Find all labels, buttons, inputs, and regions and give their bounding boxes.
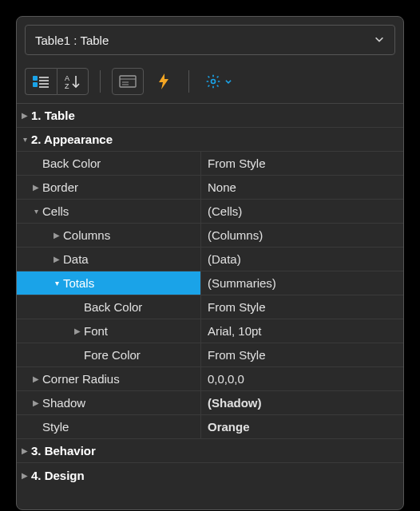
category-behavior[interactable]: ▶ 3. Behavior: [17, 439, 403, 463]
property-columns[interactable]: ▶ Columns (Columns): [17, 224, 403, 248]
object-selector-combo[interactable]: Table1 : Table: [25, 25, 395, 55]
property-data[interactable]: ▶ Data (Data): [17, 248, 403, 271]
property-grid-panel: Table1 : Table A Z: [16, 16, 404, 510]
expand-icon[interactable]: ▶: [30, 398, 42, 407]
property-totals-back-color[interactable]: Back Color From Style: [17, 295, 403, 319]
expand-icon[interactable]: ▶: [50, 255, 63, 263]
chevron-down-icon: [374, 34, 385, 47]
property-cells[interactable]: ▾ Cells (Cells): [17, 200, 403, 224]
svg-rect-2: [39, 77, 49, 78]
category-design[interactable]: ▶ 4. Design: [17, 463, 403, 487]
property-value[interactable]: Arial, 10pt: [200, 319, 403, 343]
svg-text:A: A: [65, 74, 69, 82]
toolbar: A Z: [17, 63, 403, 104]
svg-rect-9: [120, 76, 136, 87]
category-table[interactable]: ▶ 1. Table: [17, 104, 403, 128]
property-style[interactable]: Style Orange: [17, 415, 403, 439]
settings-dropdown-button[interactable]: [200, 68, 237, 95]
property-totals-fore-color[interactable]: Fore Color From Style: [17, 343, 403, 367]
property-shadow[interactable]: ▶ Shadow (Shadow): [17, 391, 403, 415]
property-value[interactable]: None: [200, 176, 403, 199]
alphabetical-view-button[interactable]: A Z: [57, 68, 89, 95]
property-value[interactable]: From Style: [200, 295, 403, 319]
toolbar-divider: [100, 70, 101, 93]
property-totals-font[interactable]: ▶ Font Arial, 10pt: [17, 319, 403, 343]
property-value[interactable]: Orange: [200, 415, 403, 438]
collapse-icon[interactable]: ▾: [50, 279, 63, 287]
expand-icon[interactable]: ▶: [71, 327, 84, 335]
collapse-icon[interactable]: ▾: [30, 207, 42, 216]
property-value[interactable]: (Shadow): [200, 391, 403, 414]
svg-rect-4: [39, 83, 49, 85]
property-value[interactable]: 0,0,0,0: [200, 367, 403, 390]
svg-rect-1: [33, 82, 38, 87]
svg-rect-3: [39, 80, 49, 81]
svg-marker-13: [159, 73, 168, 89]
object-selector-text: Table1 : Table: [35, 34, 109, 47]
svg-rect-0: [33, 76, 38, 81]
collapse-icon[interactable]: ▾: [18, 135, 31, 144]
property-value[interactable]: From Style: [200, 343, 403, 366]
svg-point-14: [212, 80, 216, 84]
grid-empty-area: [17, 487, 403, 509]
property-value[interactable]: (Columns): [200, 224, 403, 247]
expand-icon[interactable]: ▶: [30, 183, 42, 192]
events-button[interactable]: [150, 68, 177, 95]
svg-text:Z: Z: [65, 82, 69, 89]
property-value[interactable]: (Cells): [200, 200, 403, 223]
toolbar-divider: [188, 70, 189, 93]
expand-icon[interactable]: ▶: [18, 111, 31, 120]
expand-icon[interactable]: ▶: [50, 231, 63, 240]
property-pages-button[interactable]: [112, 68, 144, 95]
property-grid: ▶ 1. Table ▾ 2. Appearance Back Color Fr…: [17, 104, 403, 487]
categorized-view-button[interactable]: [25, 68, 57, 95]
expand-icon[interactable]: ▶: [30, 374, 42, 383]
svg-rect-5: [39, 86, 49, 88]
category-appearance[interactable]: ▾ 2. Appearance: [17, 128, 403, 152]
property-value[interactable]: From Style: [200, 152, 403, 175]
property-value[interactable]: (Data): [200, 248, 403, 271]
property-back-color[interactable]: Back Color From Style: [17, 152, 403, 176]
property-border[interactable]: ▶ Border None: [17, 176, 403, 200]
property-totals[interactable]: ▾ Totals (Summaries): [17, 271, 403, 295]
expand-icon[interactable]: ▶: [18, 471, 31, 480]
expand-icon[interactable]: ▶: [18, 446, 31, 455]
property-corner-radius[interactable]: ▶ Corner Radius 0,0,0,0: [17, 367, 403, 391]
property-value[interactable]: (Summaries): [200, 271, 403, 295]
